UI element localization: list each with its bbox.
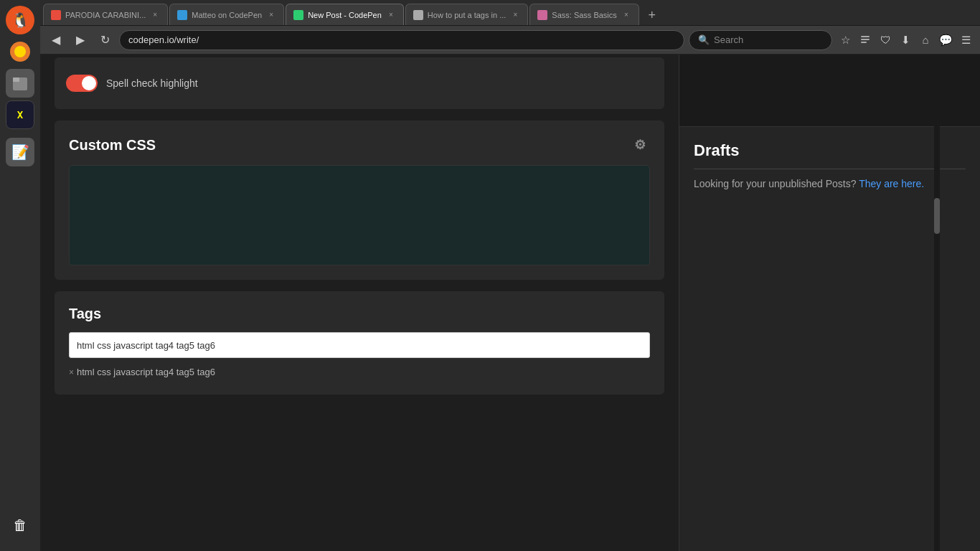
page-content: Spell check highlight Custom CSS ⚙ Tags bbox=[40, 55, 980, 551]
search-icon: 🔍 bbox=[698, 34, 710, 45]
dock-ubuntu[interactable]: 🐧 bbox=[6, 6, 34, 34]
tab-favicon-4 bbox=[413, 10, 423, 20]
tab-close-3[interactable]: × bbox=[386, 10, 396, 20]
tags-title: Tags bbox=[69, 306, 101, 322]
tab-close-5[interactable]: × bbox=[621, 10, 631, 20]
tag-input[interactable] bbox=[69, 332, 650, 358]
dock-terminal[interactable]: X bbox=[6, 100, 34, 129]
bookmark-icon[interactable]: ☆ bbox=[837, 32, 854, 49]
svg-point-1 bbox=[14, 46, 26, 57]
tab-close-2[interactable]: × bbox=[266, 10, 276, 20]
menu-icon[interactable]: ☰ bbox=[957, 32, 974, 49]
new-tab-button[interactable]: + bbox=[642, 5, 662, 25]
tab-favicon-5 bbox=[537, 10, 547, 20]
tab-howto[interactable]: How to put a tags in ... × bbox=[405, 4, 528, 25]
dock-files[interactable] bbox=[6, 69, 34, 98]
tab-parodia[interactable]: PARODIA CARABINI... × bbox=[43, 4, 168, 25]
url-bar[interactable]: codepen.io/write/ bbox=[119, 30, 684, 50]
tab-close-4[interactable]: × bbox=[510, 10, 520, 20]
search-text: Search bbox=[714, 34, 743, 45]
tag-suggestions: × html css javascript tag4 tag5 tag6 bbox=[69, 364, 650, 380]
tab-label-2: Matteo on CodePen bbox=[192, 11, 262, 19]
drafts-link[interactable]: They are here. bbox=[859, 178, 924, 189]
refresh-button[interactable]: ↻ bbox=[95, 30, 115, 50]
css-editor-area[interactable] bbox=[69, 165, 650, 265]
navigation-bar: ◀ ▶ ↻ codepen.io/write/ 🔍 Search ☆ 🛡 ⬇ ⌂… bbox=[40, 26, 980, 55]
chat-icon[interactable]: 💬 bbox=[937, 32, 954, 49]
tags-section: Tags × html css javascript tag4 tag5 tag… bbox=[55, 291, 664, 395]
forward-button[interactable]: ▶ bbox=[70, 30, 90, 50]
search-bar[interactable]: 🔍 Search bbox=[689, 30, 832, 50]
main-content-area: Spell check highlight Custom CSS ⚙ Tags bbox=[40, 55, 679, 551]
custom-css-gear-icon[interactable]: ⚙ bbox=[630, 135, 650, 155]
tab-label-4: How to put a tags in ... bbox=[428, 11, 506, 19]
tab-sass[interactable]: Sass: Sass Basics × bbox=[529, 4, 639, 25]
dock-notepad[interactable]: 📝 bbox=[6, 138, 34, 166]
tag-remove-icon[interactable]: × bbox=[69, 367, 74, 377]
drafts-title: Drafts bbox=[694, 141, 966, 169]
download-icon[interactable]: ⬇ bbox=[897, 32, 914, 49]
browser-window: PARODIA CARABINI... × Matteo on CodePen … bbox=[40, 0, 980, 551]
custom-css-section: Custom CSS ⚙ bbox=[55, 121, 664, 280]
tab-matteo[interactable]: Matteo on CodePen × bbox=[169, 4, 284, 25]
reader-icon[interactable] bbox=[857, 32, 874, 49]
custom-css-header: Custom CSS ⚙ bbox=[69, 135, 650, 155]
drafts-description: Looking for your unpublished Posts? They… bbox=[694, 178, 966, 189]
tab-label-1: PARODIA CARABINI... bbox=[65, 11, 146, 19]
tab-favicon-1 bbox=[51, 10, 61, 20]
tag-item: × html css javascript tag4 tag5 tag6 bbox=[69, 367, 215, 377]
spell-check-row: Spell check highlight bbox=[66, 69, 653, 98]
tab-favicon-3 bbox=[293, 10, 303, 20]
scrollbar-thumb[interactable] bbox=[934, 198, 940, 234]
tags-header: Tags bbox=[69, 306, 650, 322]
drafts-desc-text: Looking for your unpublished Posts? bbox=[694, 178, 856, 189]
shield-icon[interactable]: 🛡 bbox=[877, 32, 894, 49]
tab-label-5: Sass: Sass Basics bbox=[552, 11, 616, 19]
tab-bar: PARODIA CARABINI... × Matteo on CodePen … bbox=[40, 0, 980, 26]
url-text: codepen.io/write/ bbox=[128, 34, 199, 45]
custom-css-title: Custom CSS bbox=[69, 137, 156, 154]
back-button[interactable]: ◀ bbox=[46, 30, 66, 50]
svg-rect-4 bbox=[861, 36, 870, 37]
tab-label-3: New Post - CodePen bbox=[308, 11, 382, 19]
scrollbar-track[interactable] bbox=[934, 55, 940, 551]
svg-rect-6 bbox=[861, 42, 867, 43]
dock-firefox[interactable] bbox=[6, 37, 34, 66]
svg-rect-5 bbox=[861, 39, 870, 40]
dock: 🐧 X 📝 🗑 bbox=[0, 0, 40, 551]
tag-input-container: × html css javascript tag4 tag5 tag6 bbox=[69, 332, 650, 380]
tab-newpost[interactable]: New Post - CodePen × bbox=[286, 4, 404, 25]
tag-text: html css javascript tag4 tag5 tag6 bbox=[77, 367, 215, 377]
tab-favicon-2 bbox=[177, 10, 187, 20]
dock-trash[interactable]: 🗑 bbox=[6, 511, 34, 540]
spell-check-label: Spell check highlight bbox=[106, 77, 198, 89]
tab-close-1[interactable]: × bbox=[150, 10, 160, 20]
top-section: Spell check highlight bbox=[55, 57, 664, 109]
home-icon[interactable]: ⌂ bbox=[917, 32, 934, 49]
svg-rect-3 bbox=[13, 77, 19, 82]
spell-check-toggle[interactable] bbox=[66, 75, 98, 92]
nav-icons: ☆ 🛡 ⬇ ⌂ 💬 ☰ bbox=[837, 32, 974, 49]
